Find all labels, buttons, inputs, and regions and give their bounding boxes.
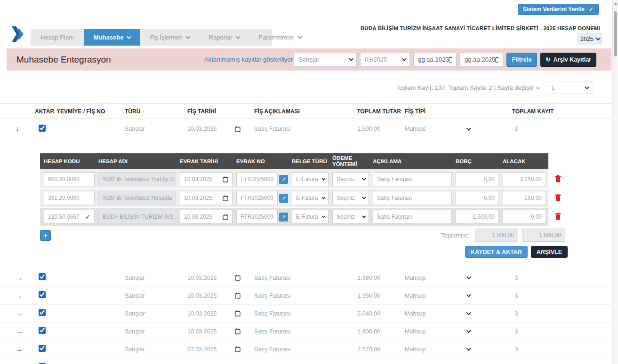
expand-arrow-icon[interactable]: → [16,309,23,317]
detail-row: 391.20.0000 ✓ %20' lik Tevkifatsız Hesap… [40,189,548,207]
add-line-button[interactable]: + [40,230,51,241]
hesap-kodu-input[interactable]: 120.50.0667 ✓ [44,210,95,224]
nav-tab-3[interactable]: Fiş İşlemleri [140,29,199,46]
nav-tab-4[interactable]: Raporlar [199,29,249,46]
evrak-no-input[interactable]: FTR2025000 [236,172,278,186]
expand-arrow-icon[interactable]: ↓ [16,125,19,133]
refresh-icon: ↻ [546,56,550,63]
period-year-select[interactable]: 2025 [577,33,602,45]
aciklama-input[interactable]: Satış Faturası [373,191,452,205]
belge-turu-select[interactable]: E-Fatura [292,210,329,224]
alacak-value: 0,00 [531,214,542,220]
page-title: Muhasebe Entegrasyon [7,55,204,65]
turu-cell: Satışlar [120,293,184,299]
aktar-checkbox[interactable] [39,291,46,298]
external-link-button[interactable]: ↗ [279,194,288,203]
tutar-cell: 1.500,00 [348,126,401,132]
evrak-tarihi-input[interactable]: 10.03.2025 [180,172,233,186]
chevron-down-icon [321,176,325,180]
detail-header-belge-turu: BELGE TÜRÜ [292,158,329,165]
evrak-no-input[interactable]: FTR2025000 [236,210,278,224]
scrollbar-thumb[interactable] [614,11,617,56]
alacak-input[interactable]: 250,00 [503,191,546,205]
alacak-input[interactable]: 1.250,00 [503,172,546,186]
filter-button[interactable]: Filtrele [506,53,537,67]
header-tarih: FİŞ TARİHİ [184,108,254,115]
aktar-checkbox[interactable] [39,125,46,132]
delete-row-button[interactable] [553,212,563,222]
archive-records-button[interactable]: ↻ Arşiv Kayıtlar [540,53,596,67]
delete-row-button[interactable] [553,174,563,184]
evrak-tarihi-input[interactable]: 10.03.2025 [180,210,233,224]
table-row: → Satışlar 07.03.2025 Satış Faturası 2.5… [0,340,618,358]
tarih-cell[interactable]: 10.03.2025 [184,310,254,317]
belge-turu-select[interactable]: E-Fatura [292,172,329,186]
external-link-button[interactable]: ↗ [279,175,288,184]
hesap-kodu-input[interactable]: 391.20.0000 ✓ [44,191,95,205]
borc-input[interactable]: 0,00 [456,172,499,186]
nav-tab-2[interactable]: Muhasebe [84,29,140,46]
fis-tipi-select[interactable]: Mahsup [405,293,475,299]
nav-tab-1[interactable]: Hesap Planı [31,29,84,46]
tarih-cell[interactable]: 10.03.2025 [184,275,254,281]
save-and-transfer-button[interactable]: KAYDET & AKTAR [465,246,528,258]
odeme-yontemi-select[interactable]: Seçiniz [332,191,369,205]
vertical-scrollbar[interactable] [612,0,618,364]
refresh-system-data-button[interactable]: Sistem Verilerini Yenile ✓ [518,4,599,15]
fis-tipi-select[interactable]: Mahsup [405,346,475,353]
belge-turu-value: E-Fatura [296,176,318,182]
delete-row-button[interactable] [553,193,563,203]
detail-header-odeme-yontemi: ÖDEME YÖNTEMİ [332,155,369,167]
month-select[interactable]: 03/2025 [360,53,410,67]
nav-tab-5[interactable]: Parametreler [249,29,311,46]
fis-tipi-select[interactable]: Mahsup [405,310,475,317]
header-aktar: AKTAR [33,108,54,115]
calendar-icon [235,293,241,299]
record-type-select[interactable]: Satışlar [294,53,357,67]
aciklama-input[interactable]: Satış Faturası [373,210,452,224]
belge-turu-select[interactable]: E-Fatura [292,191,329,205]
archive-button[interactable]: ARŞİVLE [531,246,568,258]
external-link-button[interactable]: ↗ [279,213,288,222]
chevron-down-icon [466,310,471,315]
period-year-value: 2025 [580,36,594,42]
borc-input[interactable]: 1.500,00 [456,210,499,224]
evrak-tarihi-input[interactable]: 10.03.2025 [180,191,233,205]
aktar-checkbox[interactable] [39,327,46,334]
tarih-cell[interactable]: 10.03.2025 [184,126,254,132]
expand-arrow-icon[interactable]: → [16,327,23,335]
calendar-icon [223,214,228,220]
chevron-down-icon [362,195,366,199]
unsent-records-link[interactable]: Aktarılmamış kayıtlar gösteriliyor [204,56,293,63]
tutar-cell: 5.040,00 [348,310,401,317]
expand-arrow-icon[interactable]: → [16,292,23,300]
tarih-value: 10.03.2025 [187,126,217,132]
detail-footer: + Toplamlar: 1.500,00 1.500,00 [40,229,568,242]
aktar-checkbox[interactable] [39,309,46,316]
aciklama-input[interactable]: Satış Faturası [373,172,452,186]
app-logo-icon [11,26,24,44]
fis-tipi-select[interactable]: Mahsup [405,328,475,335]
scrollbar-up-arrow-icon[interactable] [614,2,618,5]
aktar-checkbox[interactable] [39,273,46,280]
nav-tab-label: Hesap Planı [40,34,74,41]
evrak-no-input[interactable]: FTR2025000 [236,191,278,205]
detail-header-evrak-tarihi: EVRAK TARİHİ [180,158,233,165]
date-to-input[interactable]: gg.aa.2025 [460,53,503,67]
fis-tipi-select[interactable]: Mahsup [405,126,475,132]
odeme-yontemi-select[interactable]: Seçiniz [332,172,369,186]
alacak-input[interactable]: 0,00 [503,210,546,224]
hesap-kodu-value: 391.20.0000 [48,195,80,201]
fis-tipi-select[interactable]: Mahsup [405,275,475,281]
date-from-input[interactable]: gg.aa.2025 [413,53,457,67]
tarih-cell[interactable]: 07.03.2025 [184,346,254,353]
expand-arrow-icon[interactable]: → [16,274,23,282]
borc-input[interactable]: 0,00 [456,191,499,205]
page-select[interactable]: 1 [546,81,593,94]
hesap-kodu-input[interactable]: 600.20.0000 ✓ [44,172,95,186]
tarih-cell[interactable]: 10.03.2025 [184,328,254,335]
tarih-cell[interactable]: 10.03.2025 [184,293,254,299]
expand-arrow-icon[interactable]: → [16,345,23,353]
aktar-checkbox[interactable] [39,345,46,352]
odeme-yontemi-select[interactable]: Seçiniz [332,210,369,224]
